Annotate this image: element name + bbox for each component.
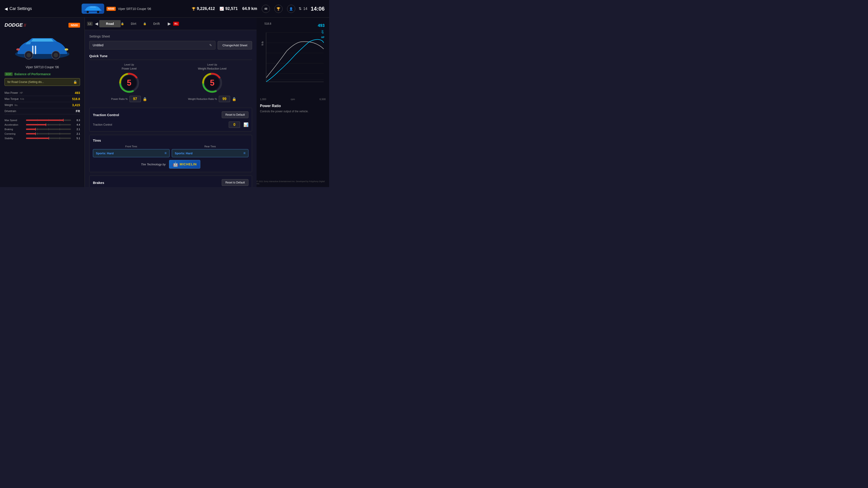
power-level-up-label: Level Up [124, 63, 134, 66]
max-torque-label: Max Torque ft-lb [4, 97, 24, 101]
power-chart-svg: HP [260, 21, 326, 93]
chart-icon: 📈 [219, 6, 224, 11]
brakes-reset-button[interactable]: Reset to Default [222, 179, 248, 186]
brand-name: DODGE [4, 22, 23, 28]
perf-value: 4.4 [73, 123, 80, 126]
brand-slash: // [24, 23, 26, 28]
settings-panel: Settings Sheet Untitled ✎ Change/Add She… [85, 30, 256, 187]
bop-label: BOP [4, 72, 13, 76]
credits-icon: 🏆 [192, 7, 195, 11]
power-ratio-row: Power Ratio % 97 🔒 [111, 96, 147, 102]
chart-x-end: 6,500 [319, 98, 326, 101]
tc-label: Traction Control [93, 123, 112, 126]
quick-tune-section: Quick Tune Level Up Power Level [89, 54, 252, 102]
dirt-lock-icon: 🔒 [121, 22, 124, 25]
drift-lock-icon: 🔒 [143, 22, 147, 25]
tabs-bar: L1 ◀ Road 🔒 Dirt 🔒 Drift ▶ R1 [85, 18, 256, 30]
traction-control-section: Traction Control Reset to Default Tracti… [89, 108, 252, 131]
main-content: L1 ◀ Road 🔒 Dirt 🔒 Drift ▶ R1 Settings S… [85, 18, 256, 187]
weight-label: Weight lbs. [4, 103, 18, 107]
sheet-input-row: Untitled ✎ Change/Add Sheet [89, 41, 252, 50]
svg-text:HP: HP [321, 36, 324, 39]
michelin-man-icon: 🤖 [173, 162, 178, 167]
michelin-brand: MICHELIN [180, 162, 197, 166]
tab-next-arrow[interactable]: ▶ [166, 21, 172, 26]
tc-bar-icon[interactable]: 📊 [243, 122, 248, 127]
perf-bar-fill [26, 129, 35, 130]
tab-road[interactable]: Road [99, 20, 121, 27]
perf-label: Braking [4, 128, 24, 131]
weight-ratio-row: Weight Reduction Ratio % 99 🔒 [188, 96, 237, 102]
dodge-brand: DODGE // [4, 22, 26, 28]
perf-bar-container [26, 124, 71, 125]
bop-notice-text: for Road Course (Setting dis... [7, 80, 44, 84]
tab-prev-arrow[interactable]: ◀ [94, 21, 99, 26]
chart-x-mid: rpm [291, 98, 295, 101]
tc-value: 0 [229, 122, 240, 128]
perf-value: 8.3 [73, 119, 80, 122]
tc-title: Traction Control [93, 113, 119, 117]
hp-axis-label: HP [321, 30, 324, 34]
front-tire-select[interactable]: Sports: Hard ≡ [93, 149, 169, 157]
sidebar: DODGE // N500 Viper SRT10 Cou [0, 18, 85, 187]
header-credits: 🏆 9,226,412 [192, 6, 215, 11]
perf-bar-row: Stability 5.1 [4, 137, 80, 140]
power-level-dial[interactable]: 5 [119, 72, 140, 94]
brakes-section: Brakes Reset to Default Brake Balance (F… [89, 175, 252, 187]
michelin-logo: 🤖 MICHELIN [169, 160, 200, 168]
header-mileage: 📈 92,571 [219, 6, 238, 11]
front-tire-menu-icon: ≡ [164, 151, 166, 155]
quick-tune-title: Quick Tune [89, 54, 252, 60]
chart-x-start: 1,000 [260, 98, 266, 101]
tune-grid: Level Up Power Level [89, 63, 252, 102]
weight-level-label: Weight Reduction Level [198, 67, 226, 70]
power-level-item: Level Up Power Level [89, 63, 169, 102]
header-stats: 🏆 9,226,412 📈 92,571 64.9 km 48 🏆 👤 [192, 5, 295, 13]
weight-level-dial[interactable]: 5 [202, 72, 223, 94]
front-tire-col: Front Tires Sports: Hard ≡ [93, 145, 169, 157]
right-panel: 493 518.8 ft-lb HP HP 1,000 rpm 6,500 [256, 18, 329, 187]
back-button[interactable]: ◀ Car Settings [4, 6, 32, 11]
sheet-name-text: Untitled [93, 43, 103, 47]
sort-icon: ⇅ [299, 6, 302, 11]
power-ratio-title: Power Ratio [260, 104, 326, 108]
weight-value: 3,415 [72, 103, 80, 107]
svg-rect-6 [35, 46, 36, 54]
tc-header: Traction Control Reset to Default [93, 111, 248, 118]
michelin-text: Tire Technology by [141, 163, 166, 166]
bop-badge: BOP Balance of Performance [4, 72, 80, 76]
rear-tire-col: Rear Tires Sports: Hard ≡ [172, 145, 248, 157]
tab-drift[interactable]: Drift [147, 20, 166, 27]
perf-label: Max Speed [4, 119, 24, 122]
header-car-image [82, 4, 104, 14]
perf-value: 2.1 [73, 132, 80, 135]
settings-sheet-title: Settings Sheet [89, 35, 252, 38]
weight-ratio-lock: 🔒 [232, 97, 237, 101]
power-ratio-desc: Controls the power output of the vehicle… [260, 110, 326, 113]
back-icon: ◀ [4, 6, 8, 11]
power-level-label: Power Level [122, 67, 136, 70]
perf-bar-row: Cornering 2.1 [4, 132, 80, 135]
change-sheet-button[interactable]: Change/Add Sheet [218, 41, 252, 50]
perf-bar-row: Acceleration 4.4 [4, 123, 80, 126]
bop-notice: for Road Course (Setting dis... 🔒 [4, 78, 80, 86]
michelin-row: Tire Technology by 🤖 MICHELIN [93, 160, 248, 168]
tc-reset-button[interactable]: Reset to Default [222, 111, 248, 118]
chart-x-labels: 1,000 rpm 6,500 [260, 98, 326, 101]
rear-tire-select[interactable]: Sports: Hard ≡ [172, 149, 248, 157]
level-value: 48 [264, 7, 267, 10]
rear-tire-menu-icon: ≡ [243, 151, 246, 155]
edit-icon[interactable]: ✎ [209, 43, 212, 47]
perf-bar-container [26, 120, 71, 121]
header-distance: 64.9 km [242, 6, 257, 11]
lock-icon: 🔒 [73, 80, 77, 84]
tab-dirt[interactable]: Dirt [124, 20, 143, 27]
sheet-name-input[interactable]: Untitled ✎ [89, 41, 215, 50]
perf-bar-fill [26, 120, 63, 121]
level-badge: 48 [262, 5, 270, 13]
header-car-name: Viper SRT10 Coupe '06 [118, 7, 151, 11]
tires-title: Tires [93, 138, 248, 142]
perf-value: 2.1 [73, 128, 80, 131]
chart-peak-value: 493 [318, 23, 324, 28]
brand-logo: DODGE // N500 [4, 22, 80, 28]
